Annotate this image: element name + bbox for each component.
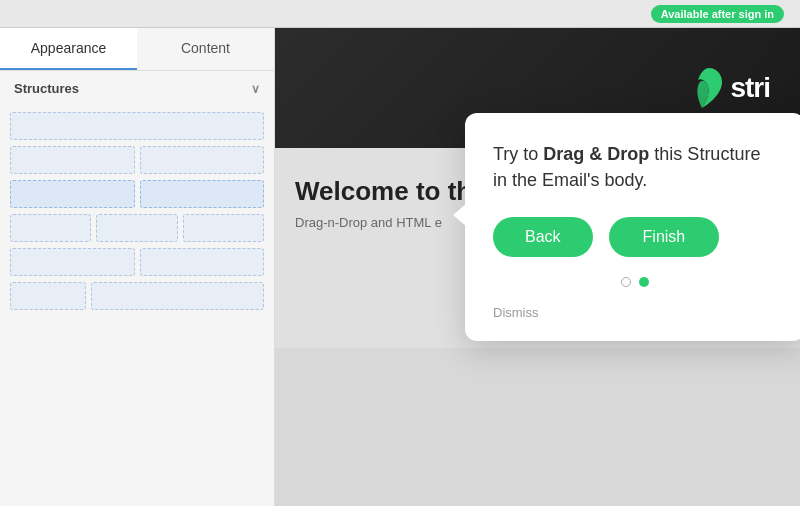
section-title: Structures ∨ xyxy=(0,71,274,106)
structure-block[interactable] xyxy=(91,282,265,310)
structure-block[interactable] xyxy=(183,214,264,242)
popover-overlay: Try to Drag & Drop this Structurein the … xyxy=(275,28,800,506)
dismiss-button[interactable]: Dismiss xyxy=(493,305,539,320)
structure-block-selected[interactable] xyxy=(10,180,135,208)
structure-block[interactable] xyxy=(140,146,265,174)
structure-row-6 xyxy=(10,282,264,310)
structure-row-3 xyxy=(10,180,264,208)
structure-block[interactable] xyxy=(10,214,91,242)
dot-step-1 xyxy=(621,277,631,287)
content-area: stri Price Welcome to the S Drag-n-Drop … xyxy=(275,28,800,506)
progress-dots xyxy=(493,277,777,287)
back-button[interactable]: Back xyxy=(493,217,593,257)
popover: Try to Drag & Drop this Structurein the … xyxy=(465,113,800,341)
structures-grid xyxy=(0,106,274,316)
structure-block[interactable] xyxy=(10,248,135,276)
available-badge: Available after sign in xyxy=(651,5,784,23)
structure-block[interactable] xyxy=(10,112,264,140)
structure-block[interactable] xyxy=(10,282,86,310)
popover-buttons: Back Finish xyxy=(493,217,777,257)
dot-step-2 xyxy=(639,277,649,287)
popover-title: Try to Drag & Drop this Structurein the … xyxy=(493,141,777,193)
sidebar-tabs: Appearance Content xyxy=(0,28,274,71)
main-layout: Appearance Content Structures ∨ xyxy=(0,28,800,506)
structure-row-5 xyxy=(10,248,264,276)
structure-row-4 xyxy=(10,214,264,242)
top-bar: Available after sign in xyxy=(0,0,800,28)
structure-block-selected[interactable] xyxy=(140,180,265,208)
structure-block[interactable] xyxy=(96,214,177,242)
section-title-label: Structures xyxy=(14,81,79,96)
chevron-down-icon: ∨ xyxy=(251,82,260,96)
finish-button[interactable]: Finish xyxy=(609,217,720,257)
structure-block[interactable] xyxy=(140,248,265,276)
tab-content[interactable]: Content xyxy=(137,28,274,70)
structure-row-2 xyxy=(10,146,264,174)
structure-block[interactable] xyxy=(10,146,135,174)
structure-row-1 xyxy=(10,112,264,140)
sidebar: Appearance Content Structures ∨ xyxy=(0,28,275,506)
tab-appearance[interactable]: Appearance xyxy=(0,28,137,70)
